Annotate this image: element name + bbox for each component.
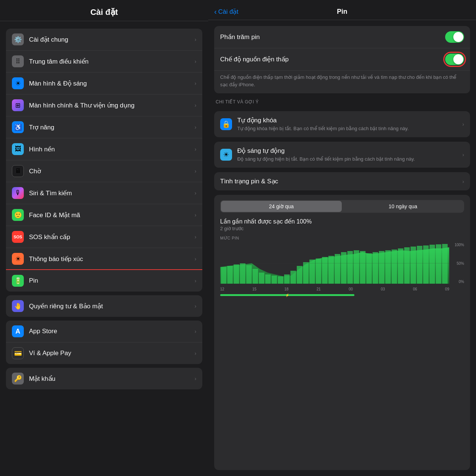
chevron-icon: › <box>462 121 464 127</box>
chevron-icon: › <box>462 178 464 184</box>
svg-rect-27 <box>385 250 391 284</box>
chevron-icon: › <box>194 278 196 284</box>
right-header: ‹ Cài đặt Pin <box>208 0 476 20</box>
y-label-100: 100% <box>454 243 464 247</box>
sidebar-item-cho[interactable]: 🖥 Chờ › <box>6 160 202 182</box>
svg-rect-36 <box>442 244 448 284</box>
settings-icon-privacy: 🤚 <box>12 300 24 312</box>
settings-icon-sos: SOS <box>12 231 24 243</box>
settings-icon-face-id: 🙂 <box>12 209 24 221</box>
settings-icon-brightness: ☀ <box>12 77 24 89</box>
sidebar-item-man-hinh-chinh[interactable]: ⊞ Màn hình chính & Thư viện ứng dụng › <box>6 94 202 116</box>
sidebar-item-siri[interactable]: 🎙 Siri & Tìm kiếm › <box>6 182 202 204</box>
chevron-icon: › <box>194 212 196 218</box>
settings-label-siri: Siri & Tìm kiếm <box>29 189 194 197</box>
svg-rect-13 <box>297 266 302 284</box>
back-button[interactable]: ‹ Cài đặt <box>214 7 238 16</box>
toggle-row-phan-tram: Phần trăm pin <box>214 26 470 48</box>
section-label-chi-tiet: CHI TIẾT VÀ GỢI Ý <box>214 98 470 107</box>
sidebar-item-pin[interactable]: 🔋 Pin › <box>6 270 202 292</box>
sidebar-item-vi[interactable]: 💳 Ví & Apple Pay › <box>6 342 202 364</box>
settings-label-quyen-rieng-tu: Quyền riêng tư & Bảo mật <box>29 302 194 310</box>
x-label-15: 15 <box>252 287 256 291</box>
settings-label-app-store: App Store <box>29 328 194 335</box>
sidebar-item-cai-dat-chung[interactable]: ⚙️ Cài đặt chung › <box>6 29 202 51</box>
settings-icon-accessibility: ♿ <box>12 121 24 133</box>
chevron-icon: › <box>194 102 196 108</box>
chevron-icon: › <box>194 80 196 86</box>
svg-rect-1 <box>221 267 226 284</box>
settings-group-4: 🔑 Mật khẩu › <box>6 368 202 389</box>
settings-icon-control: ⠿ <box>12 55 24 67</box>
chevron-icon: › <box>194 350 196 356</box>
sidebar-item-quyen-rieng-tu[interactable]: 🤚 Quyền riêng tư & Bảo mật › <box>6 295 202 317</box>
svg-rect-10 <box>278 276 283 284</box>
detail-icon-lock: 🔒 <box>220 118 232 130</box>
sidebar-item-mat-khau[interactable]: 🔑 Mật khẩu › <box>6 368 202 389</box>
nav-label-tinh-trang-pin: Tình trạng pin & Sạc <box>220 177 462 185</box>
svg-rect-3 <box>234 264 239 284</box>
chevron-icon: › <box>194 190 196 196</box>
svg-rect-18 <box>328 256 334 284</box>
x-label-21: 21 <box>316 287 321 291</box>
toggle-phan-tram[interactable] <box>445 31 464 43</box>
chevron-icon: › <box>194 58 196 64</box>
sidebar-item-trung-tam[interactable]: ⠿ Trung tâm điều khiển › <box>6 51 202 73</box>
svg-rect-8 <box>265 274 271 284</box>
svg-rect-19 <box>335 254 340 284</box>
charging-bar: ⚡ <box>220 294 354 296</box>
settings-label-mat-khau: Mật khẩu <box>29 375 194 383</box>
time-ago: 2 giờ trước <box>220 226 464 231</box>
svg-rect-31 <box>411 247 416 284</box>
chevron-icon: › <box>194 146 196 152</box>
chart-y-axis-label: MỨC PIN <box>220 236 464 241</box>
chevron-icon: › <box>194 234 196 240</box>
sidebar-item-face-id[interactable]: 🙂 Face ID & Mật mã › <box>6 204 202 226</box>
svg-rect-16 <box>316 258 321 284</box>
toggle-group: Phần trăm pin Chế độ nguồn điện thấp Chế… <box>214 26 470 93</box>
charging-icon: ⚡ <box>285 293 289 297</box>
settings-label-trung-tam: Trung tâm điều khiển <box>29 58 194 65</box>
toggle-nguon-thap[interactable] <box>445 54 464 65</box>
settings-label-cho: Chờ <box>29 167 194 175</box>
svg-rect-26 <box>379 251 385 284</box>
sidebar-item-app-store[interactable]: A App Store › <box>6 321 202 342</box>
tab-10days[interactable]: 10 ngày qua <box>342 201 463 212</box>
svg-rect-32 <box>417 246 422 284</box>
battery-section: 24 giờ qua 10 ngày qua Lần gần nhất được… <box>214 195 470 470</box>
back-label: Cài đặt <box>218 8 238 16</box>
chevron-icon: › <box>194 376 196 382</box>
svg-rect-9 <box>271 276 277 284</box>
settings-icon-password: 🔑 <box>12 373 24 385</box>
svg-rect-23 <box>360 251 366 284</box>
svg-rect-7 <box>259 273 264 284</box>
x-label-06: 06 <box>413 287 417 291</box>
right-panel: ‹ Cài đặt Pin Phần trăm pin Chế độ nguồn… <box>208 0 476 476</box>
sidebar-item-sos[interactable]: SOS SOS khẩn cấp › <box>6 226 202 248</box>
detail-title-tu-dong-khoa: Tự động khóa <box>237 116 462 124</box>
sidebar-item-thong-bao[interactable]: ☀ Thông báo tiếp xúc › <box>6 248 202 270</box>
settings-group-1: ⚙️ Cài đặt chung › ⠿ Trung tâm điều khiể… <box>6 29 202 292</box>
toggle-nguon-container: Chế độ nguồn điện thấp Chế độ nguồn điện… <box>214 48 470 93</box>
tab-24h[interactable]: 24 giờ qua <box>221 201 342 212</box>
nav-row-tinh-trang-pin[interactable]: Tình trạng pin & Sạc › <box>214 172 470 190</box>
toggle-row-nguon-thap: Chế độ nguồn điện thấp <box>214 48 470 71</box>
detail-icon-brightness: ☀ <box>220 149 232 161</box>
sidebar-item-man-hinh[interactable]: ☀ Màn hình & Độ sáng › <box>6 73 202 94</box>
sidebar-item-hinh-nen[interactable]: 🖼 Hình nền › <box>6 138 202 160</box>
settings-icon-battery: 🔋 <box>12 275 24 287</box>
detail-subtitle-do-sang: Độ sáng tự động hiện bị tắt. Bạn có thể … <box>237 156 462 163</box>
svg-rect-12 <box>290 271 296 284</box>
sidebar-item-tro-nang[interactable]: ♿ Trợ năng › <box>6 116 202 138</box>
settings-label-sos: SOS khẩn cấp <box>29 233 194 241</box>
left-header: Cài đặt <box>0 0 208 21</box>
svg-rect-25 <box>373 252 378 284</box>
chevron-icon: › <box>194 124 196 130</box>
toggle-label-nguon-thap: Chế độ nguồn điện thấp <box>220 55 445 63</box>
svg-rect-30 <box>404 247 410 284</box>
detail-text-do-sang: Độ sáng tự động Độ sáng tự động hiện bị … <box>237 147 462 163</box>
detail-row-do-sang[interactable]: ☀ Độ sáng tự động Độ sáng tự động hiện b… <box>214 142 470 168</box>
x-label-03: 03 <box>381 287 385 291</box>
svg-rect-4 <box>240 263 245 284</box>
detail-row-tu-dong-khoa[interactable]: 🔒 Tự động khóa Tự động khóa hiện bị tắt.… <box>214 111 470 137</box>
